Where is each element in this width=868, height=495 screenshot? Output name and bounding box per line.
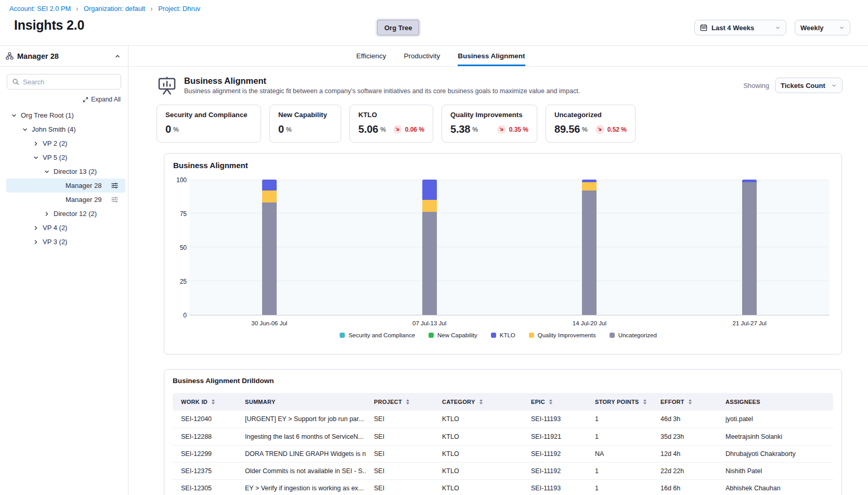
breadcrumb-link-project-dhruv[interactable]: Project: Dhruv <box>158 5 200 12</box>
table-row-sei-12299[interactable]: SEI-12299DORA TREND LINE GRAPH Widgets i… <box>173 445 833 462</box>
bar-segment-uncategorized[interactable] <box>742 182 757 315</box>
column-header-work-id[interactable]: WORK ID <box>173 393 237 411</box>
cell-epic: SEI-11193 <box>523 411 587 428</box>
tree-item-vp-2-2[interactable]: VP 2 (2) <box>6 136 125 150</box>
cell-effort: 12d 4h <box>652 445 717 462</box>
column-header-effort[interactable]: EFFORT <box>652 393 717 411</box>
legend-item-uncategorized[interactable]: Uncategorized <box>610 332 657 338</box>
bar-14-jul-20-jul[interactable] <box>582 180 597 315</box>
breadcrumb-link-organization-default[interactable]: Organization: default <box>84 5 145 12</box>
column-header-category[interactable]: CATEGORY <box>434 393 523 411</box>
sort-icon[interactable] <box>549 399 552 404</box>
stat-value: 5.38 <box>450 123 470 135</box>
bar-segment-quality-improvements[interactable] <box>582 182 597 191</box>
chart-card: Business Alignment 0255075100 30 Jun-06 … <box>164 153 842 354</box>
tab-efficiency[interactable]: Efficiency <box>356 46 386 66</box>
tab-group: EfficiencyProductivityBusiness Alignment <box>356 46 525 66</box>
chevron-right-icon[interactable] <box>33 239 42 245</box>
bar-segment-ktlo[interactable] <box>742 180 757 182</box>
tree-item-director-12-2[interactable]: Director 12 (2) <box>6 207 125 221</box>
column-header-assignees: ASSIGNEES <box>717 393 833 411</box>
table-row-sei-12040[interactable]: SEI-12040[URGENT] EY > Support for job r… <box>173 411 833 428</box>
y-tick-label: 75 <box>180 210 187 218</box>
expand-all-button[interactable]: Expand All <box>0 96 121 103</box>
tree-item-label: VP 2 (2) <box>43 139 67 147</box>
tree-item-director-13-2[interactable]: Director 13 (2) <box>6 164 125 179</box>
column-header-project[interactable]: PROJECT <box>366 393 434 411</box>
stat-delta-value: 0.06 % <box>405 126 424 133</box>
cell-summary: Ingesting the last 6 months of ServiceN.… <box>237 428 366 445</box>
chevron-right-icon[interactable] <box>33 141 42 147</box>
legend-swatch <box>529 333 534 338</box>
legend-item-quality-improvements[interactable]: Quality Improvements <box>529 332 596 338</box>
main: EfficiencyProductivityBusiness Alignment… <box>128 46 868 495</box>
tab-business-alignment[interactable]: Business Alignment <box>458 46 525 66</box>
bar-30-jun-06-jul[interactable] <box>262 180 277 315</box>
sort-icon[interactable] <box>643 399 646 404</box>
tree-item-org-tree-root-1[interactable]: Org Tree Root (1) <box>6 108 125 122</box>
sort-icon[interactable] <box>212 399 215 404</box>
org-tree-button[interactable]: Org Tree <box>377 20 419 35</box>
column-header-story-points[interactable]: STORY POINTS <box>587 393 652 411</box>
showing-control: Showing Tickets Count <box>743 78 843 93</box>
tree-item-vp-3-2[interactable]: VP 3 (2) <box>6 235 125 249</box>
legend-item-security-and-compliance[interactable]: Security and Compliance <box>340 332 415 338</box>
header-row: WORK IDSUMMARYPROJECTCATEGORYEPICSTORY P… <box>173 393 833 411</box>
bar-segment-ktlo[interactable] <box>582 180 597 182</box>
table-row-sei-12375[interactable]: SEI-12375Older Commits is not available … <box>173 462 833 479</box>
table-row-sei-12288[interactable]: SEI-12288Ingesting the last 6 months of … <box>173 428 833 445</box>
tree-item-manager-28[interactable]: Manager 28 <box>6 179 125 193</box>
showing-select[interactable]: Tickets Count <box>775 78 843 93</box>
cell-work-id: SEI-12299 <box>173 445 237 462</box>
date-range-value: Last 4 Weeks <box>711 24 754 32</box>
tree-item-vp-4-2[interactable]: VP 4 (2) <box>6 221 125 235</box>
x-tick-label: 30 Jun-06 Jul <box>251 320 287 326</box>
tree-item-vp-5-2[interactable]: VP 5 (2) <box>6 150 125 164</box>
tab-productivity[interactable]: Productivity <box>404 46 441 66</box>
breadcrumb-link-account-sei-2-0-pm[interactable]: Account: SEI 2.0 PM <box>9 5 71 12</box>
bar-segment-ktlo[interactable] <box>262 180 277 191</box>
y-tick-label: 100 <box>176 176 187 184</box>
tree-item-john-smith-4[interactable]: John Smith (4) <box>6 122 125 136</box>
breadcrumb: Account: SEI 2.0 PMOrganization: default… <box>9 5 868 12</box>
sort-icon[interactable] <box>689 399 692 404</box>
filter-sliders-icon[interactable] <box>111 182 119 189</box>
chevron-right-icon[interactable] <box>44 211 53 217</box>
bar-segment-ktlo[interactable] <box>422 180 437 200</box>
bar-07-jul-13-jul[interactable] <box>422 180 437 315</box>
bar-segment-quality-improvements[interactable] <box>262 191 277 202</box>
sort-icon[interactable] <box>406 399 409 404</box>
tree-item-label: Org Tree Root (1) <box>21 111 74 119</box>
tree-item-manager-29[interactable]: Manager 29 <box>6 193 125 207</box>
cell-project: SEI <box>366 479 434 495</box>
column-header-epic[interactable]: EPIC <box>523 393 587 411</box>
chevron-down-icon[interactable] <box>44 169 53 175</box>
bar-21-jul-27-jul[interactable] <box>742 180 757 315</box>
bar-segment-uncategorized[interactable] <box>262 202 277 315</box>
search-box[interactable] <box>7 74 121 90</box>
date-range-select[interactable]: Last 4 Weeks <box>694 20 786 35</box>
bar-segment-uncategorized[interactable] <box>582 191 597 315</box>
legend-item-ktlo[interactable]: KTLO <box>491 332 515 338</box>
stat-delta-badge: 0.06 % <box>393 125 424 134</box>
table-row-sei-12305[interactable]: SEI-12305EY > Verify if ingestion is wor… <box>173 479 833 495</box>
presentation-chart-icon <box>157 77 177 96</box>
filter-sliders-icon[interactable] <box>111 196 119 204</box>
chevron-right-icon[interactable] <box>33 225 42 231</box>
chevron-down-icon[interactable] <box>33 155 42 161</box>
legend-label: Uncategorized <box>618 332 657 338</box>
legend-item-new-capability[interactable]: New Capability <box>429 332 477 338</box>
drilldown-table: WORK IDSUMMARYPROJECTCATEGORYEPICSTORY P… <box>173 393 833 495</box>
sidebar-title: Manager 28 <box>17 52 59 60</box>
bar-segment-uncategorized[interactable] <box>422 212 437 315</box>
granularity-select[interactable]: Weekly <box>795 20 850 35</box>
bar-segment-quality-improvements[interactable] <box>422 200 437 212</box>
cell-epic: SEI-11193 <box>523 479 587 495</box>
search-input[interactable] <box>23 78 116 86</box>
chevron-down-icon[interactable] <box>11 112 20 119</box>
collapse-sidebar-icon[interactable] <box>114 53 121 59</box>
stat-card-ktlo: KTLO5.06%0.06 % <box>349 105 433 143</box>
sort-icon[interactable] <box>480 399 483 404</box>
tree-item-label: VP 5 (2) <box>43 154 67 161</box>
chevron-down-icon[interactable] <box>22 126 31 133</box>
